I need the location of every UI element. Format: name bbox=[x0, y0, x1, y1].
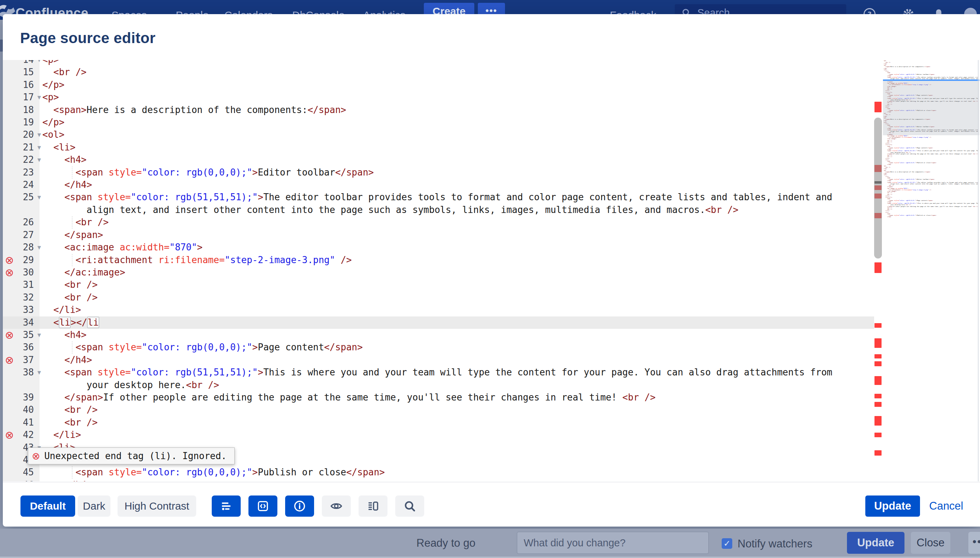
error-marker bbox=[874, 338, 882, 348]
code-line[interactable]: <span style="color: rgb(0,0,0);">Page co… bbox=[39, 341, 874, 353]
code-row[interactable]: 24 </h4> bbox=[3, 179, 874, 191]
code-token: <span bbox=[43, 467, 109, 478]
code-line[interactable]: </h4> bbox=[39, 354, 874, 366]
minimap-toggle-button[interactable] bbox=[358, 496, 388, 517]
code-line[interactable]: <span style="color: rgb(0,0,0);">Publish… bbox=[39, 466, 874, 479]
page-more-button[interactable]: •• bbox=[969, 532, 980, 554]
code-line[interactable]: <ol> bbox=[39, 128, 874, 141]
code-row[interactable]: your desktop here.<br /> bbox=[3, 379, 874, 391]
cancel-button[interactable]: Cancel bbox=[929, 496, 964, 517]
code-token: <p> bbox=[43, 60, 59, 65]
code-row[interactable]: 40 <br /> bbox=[3, 404, 874, 416]
code-line[interactable]: <br /> bbox=[39, 216, 874, 228]
search-button[interactable] bbox=[395, 496, 424, 517]
code-row[interactable]: 38▾ <span style="color: rgb(51,51,51);">… bbox=[3, 366, 874, 379]
code-line[interactable]: <h4> bbox=[39, 329, 874, 341]
theme-button-default[interactable]: Default bbox=[20, 496, 75, 517]
info-button[interactable] bbox=[285, 496, 314, 517]
code-line[interactable]: <h4> bbox=[39, 154, 874, 166]
scrollbar-thumb[interactable] bbox=[874, 118, 882, 259]
code-line[interactable]: <br /> bbox=[39, 404, 874, 416]
code-line[interactable]: </h4> bbox=[39, 479, 874, 481]
notify-watchers-checkbox[interactable]: ✓ bbox=[722, 538, 732, 549]
code-row[interactable]: 21▾ <li> bbox=[3, 141, 874, 154]
code-line[interactable]: </li> bbox=[39, 429, 874, 441]
error-icon: ⊗ bbox=[5, 354, 14, 366]
code-row[interactable]: 25▾ <span style="color: rgb(51,51,51);">… bbox=[3, 191, 874, 204]
gutter-cell: 24 bbox=[3, 179, 39, 191]
code-row[interactable]: 36 <span style="color: rgb(0,0,0);">Page… bbox=[3, 341, 874, 353]
code-line[interactable]: <ri:attachment ri:filename="step-2-image… bbox=[39, 254, 874, 266]
code-row[interactable]: 17▾<p> bbox=[3, 91, 874, 103]
code-line[interactable]: </li> bbox=[39, 304, 874, 316]
code-line[interactable]: your desktop here.<br /> bbox=[39, 379, 874, 391]
code-token: <br /> bbox=[43, 67, 87, 77]
code-line[interactable]: <ac:image ac:width="870"> bbox=[39, 241, 874, 254]
theme-button-high-contrast[interactable]: High Contrast bbox=[118, 496, 196, 517]
page-close-button[interactable]: Close bbox=[911, 532, 951, 554]
code-row[interactable]: 41 <br /> bbox=[3, 416, 874, 429]
theme-button-dark[interactable]: Dark bbox=[78, 496, 110, 517]
code-token: </span> bbox=[43, 230, 103, 240]
code-token: "color: rgb(0,0,0);" bbox=[142, 167, 252, 178]
preview-button[interactable] bbox=[322, 496, 351, 517]
code-line[interactable]: </p> bbox=[39, 79, 874, 91]
code-line[interactable]: </ac:image> bbox=[39, 266, 874, 279]
code-line[interactable]: <li></li bbox=[39, 317, 874, 329]
code-line[interactable]: <br /> bbox=[39, 66, 874, 79]
code-line[interactable]: <span style="color: rgb(51,51,51);">The … bbox=[39, 191, 874, 204]
soft-wrap-button[interactable] bbox=[212, 496, 241, 517]
code-line[interactable]: <span style="color: rgb(0,0,0);">Editor … bbox=[39, 166, 874, 179]
code-line[interactable]: <p> bbox=[39, 91, 874, 103]
update-button[interactable]: Update bbox=[865, 496, 920, 517]
code-line[interactable]: <span style="color: rgb(51,51,51);">This… bbox=[39, 366, 874, 379]
dialog-title: Page source editor bbox=[20, 30, 155, 47]
code-line[interactable]: <br /> bbox=[39, 291, 874, 304]
code-row[interactable]: 42⊗ </li> bbox=[3, 429, 874, 441]
minimap-viewport[interactable] bbox=[883, 80, 979, 135]
code-row[interactable]: 32 <br /> bbox=[3, 291, 874, 304]
code-token: </li> bbox=[43, 304, 81, 315]
change-comment-input[interactable] bbox=[517, 532, 709, 554]
code-row[interactable]: 37⊗ </h4> bbox=[3, 354, 874, 366]
markup-button[interactable] bbox=[249, 496, 277, 517]
code-row[interactable]: 30⊗ </ac:image> bbox=[3, 266, 874, 279]
code-row[interactable]: 45 <span style="color: rgb(0,0,0);">Publ… bbox=[3, 466, 874, 479]
code-row[interactable]: align text, and insert other content int… bbox=[3, 204, 874, 216]
code-row[interactable]: 46 </h4> bbox=[3, 479, 874, 481]
code-line[interactable]: <p> bbox=[39, 60, 874, 66]
code-row[interactable]: 33 </li> bbox=[3, 304, 874, 316]
code-row[interactable]: 35⊗▾ <h4> bbox=[3, 329, 874, 341]
gutter-cell: 37⊗ bbox=[3, 354, 39, 366]
code-row[interactable]: 27 </span> bbox=[3, 229, 874, 241]
code-row[interactable]: 39 </span>If other people are editing th… bbox=[3, 391, 874, 404]
code-row[interactable]: 19</p> bbox=[3, 116, 874, 128]
code-row[interactable]: 29⊗ <ri:attachment ri:filename="step-2-i… bbox=[3, 254, 874, 266]
code-row[interactable]: 31 <br /> bbox=[3, 279, 874, 291]
editor-right-border bbox=[978, 60, 978, 481]
code-line[interactable]: </p> bbox=[39, 116, 874, 128]
code-row[interactable]: 16</p> bbox=[3, 79, 874, 91]
code-row[interactable]: 14▾<p> bbox=[3, 60, 874, 66]
code-line[interactable]: align text, and insert other content int… bbox=[39, 204, 874, 216]
code-row[interactable]: 20▾<ol> bbox=[3, 128, 874, 141]
code-line[interactable]: </span> bbox=[39, 229, 874, 241]
gutter-cell: 28▾ bbox=[3, 241, 39, 254]
page-update-button[interactable]: Update bbox=[847, 532, 905, 554]
code-row[interactable]: 22▾ <h4> bbox=[3, 154, 874, 166]
code-row[interactable]: 28▾ <ac:image ac:width="870"> bbox=[3, 241, 874, 254]
error-tooltip-text: Unexpected end tag (li). Ignored. bbox=[44, 451, 227, 461]
source-code-editor[interactable]: 14▾<p>15 <br />16</p>17▾<p>18 <span>Here… bbox=[3, 60, 874, 481]
code-row[interactable]: 23 <span style="color: rgb(0,0,0);">Edit… bbox=[3, 166, 874, 179]
minimap-line: </h4> bbox=[883, 216, 978, 218]
code-row[interactable]: 34 <li></li bbox=[3, 317, 874, 329]
code-line[interactable]: <br /> bbox=[39, 279, 874, 291]
code-row[interactable]: 26 <br /> bbox=[3, 216, 874, 228]
code-line[interactable]: </span>If other people are editing the p… bbox=[39, 391, 874, 404]
code-row[interactable]: 18 <span>Here is a description of the co… bbox=[3, 104, 874, 116]
code-line[interactable]: <li> bbox=[39, 141, 874, 154]
code-row[interactable]: 15 <br /> bbox=[3, 66, 874, 79]
code-line[interactable]: <br /> bbox=[39, 416, 874, 429]
code-line[interactable]: <span>Here is a description of the compo… bbox=[39, 104, 874, 116]
code-line[interactable]: </h4> bbox=[39, 179, 874, 191]
